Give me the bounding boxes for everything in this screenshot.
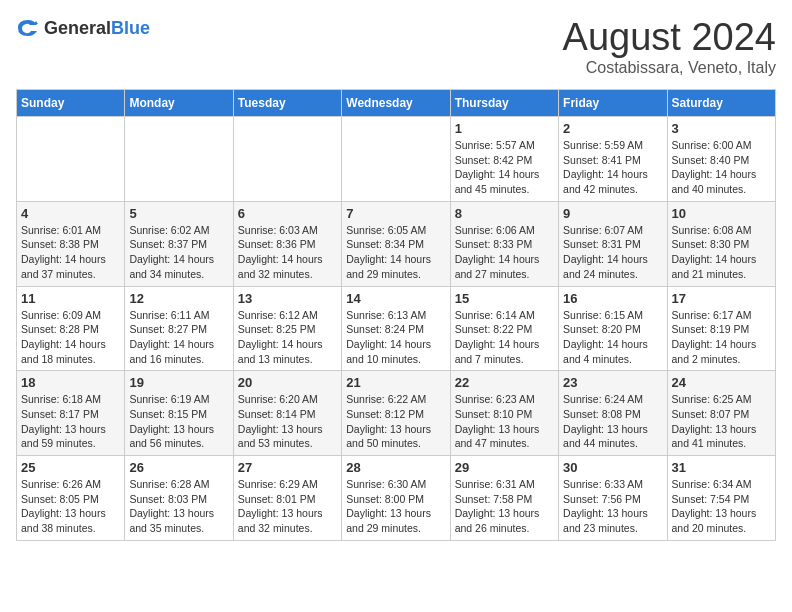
day-info: Sunrise: 6:13 AMSunset: 8:24 PMDaylight:… bbox=[346, 308, 445, 367]
day-info: Sunrise: 6:05 AMSunset: 8:34 PMDaylight:… bbox=[346, 223, 445, 282]
calendar-cell: 14Sunrise: 6:13 AMSunset: 8:24 PMDayligh… bbox=[342, 286, 450, 371]
calendar-cell: 24Sunrise: 6:25 AMSunset: 8:07 PMDayligh… bbox=[667, 371, 775, 456]
calendar-cell: 5Sunrise: 6:02 AMSunset: 8:37 PMDaylight… bbox=[125, 201, 233, 286]
day-number: 15 bbox=[455, 291, 554, 306]
day-number: 5 bbox=[129, 206, 228, 221]
week-row: 18Sunrise: 6:18 AMSunset: 8:17 PMDayligh… bbox=[17, 371, 776, 456]
column-header-monday: Monday bbox=[125, 90, 233, 117]
day-info: Sunrise: 6:22 AMSunset: 8:12 PMDaylight:… bbox=[346, 392, 445, 451]
month-title: August 2024 bbox=[563, 16, 776, 59]
day-info: Sunrise: 6:30 AMSunset: 8:00 PMDaylight:… bbox=[346, 477, 445, 536]
title-area: August 2024 Costabissara, Veneto, Italy bbox=[563, 16, 776, 77]
day-number: 9 bbox=[563, 206, 662, 221]
day-info: Sunrise: 6:07 AMSunset: 8:31 PMDaylight:… bbox=[563, 223, 662, 282]
day-info: Sunrise: 5:57 AMSunset: 8:42 PMDaylight:… bbox=[455, 138, 554, 197]
day-info: Sunrise: 6:23 AMSunset: 8:10 PMDaylight:… bbox=[455, 392, 554, 451]
day-info: Sunrise: 6:31 AMSunset: 7:58 PMDaylight:… bbox=[455, 477, 554, 536]
subtitle: Costabissara, Veneto, Italy bbox=[563, 59, 776, 77]
day-number: 14 bbox=[346, 291, 445, 306]
calendar-cell: 13Sunrise: 6:12 AMSunset: 8:25 PMDayligh… bbox=[233, 286, 341, 371]
logo: General Blue bbox=[16, 16, 150, 40]
day-number: 20 bbox=[238, 375, 337, 390]
calendar-cell: 11Sunrise: 6:09 AMSunset: 8:28 PMDayligh… bbox=[17, 286, 125, 371]
column-header-sunday: Sunday bbox=[17, 90, 125, 117]
column-header-thursday: Thursday bbox=[450, 90, 558, 117]
calendar-cell: 17Sunrise: 6:17 AMSunset: 8:19 PMDayligh… bbox=[667, 286, 775, 371]
day-number: 23 bbox=[563, 375, 662, 390]
day-info: Sunrise: 6:26 AMSunset: 8:05 PMDaylight:… bbox=[21, 477, 120, 536]
day-info: Sunrise: 6:25 AMSunset: 8:07 PMDaylight:… bbox=[672, 392, 771, 451]
day-number: 29 bbox=[455, 460, 554, 475]
calendar-cell: 20Sunrise: 6:20 AMSunset: 8:14 PMDayligh… bbox=[233, 371, 341, 456]
column-header-wednesday: Wednesday bbox=[342, 90, 450, 117]
column-header-saturday: Saturday bbox=[667, 90, 775, 117]
day-info: Sunrise: 6:03 AMSunset: 8:36 PMDaylight:… bbox=[238, 223, 337, 282]
logo-icon bbox=[16, 16, 40, 40]
day-number: 16 bbox=[563, 291, 662, 306]
logo-blue: Blue bbox=[111, 18, 150, 39]
day-info: Sunrise: 6:12 AMSunset: 8:25 PMDaylight:… bbox=[238, 308, 337, 367]
day-info: Sunrise: 6:02 AMSunset: 8:37 PMDaylight:… bbox=[129, 223, 228, 282]
day-info: Sunrise: 6:06 AMSunset: 8:33 PMDaylight:… bbox=[455, 223, 554, 282]
day-number: 18 bbox=[21, 375, 120, 390]
week-row: 1Sunrise: 5:57 AMSunset: 8:42 PMDaylight… bbox=[17, 117, 776, 202]
day-number: 28 bbox=[346, 460, 445, 475]
column-header-tuesday: Tuesday bbox=[233, 90, 341, 117]
day-info: Sunrise: 6:11 AMSunset: 8:27 PMDaylight:… bbox=[129, 308, 228, 367]
day-info: Sunrise: 6:28 AMSunset: 8:03 PMDaylight:… bbox=[129, 477, 228, 536]
week-row: 11Sunrise: 6:09 AMSunset: 8:28 PMDayligh… bbox=[17, 286, 776, 371]
calendar-cell: 3Sunrise: 6:00 AMSunset: 8:40 PMDaylight… bbox=[667, 117, 775, 202]
day-number: 30 bbox=[563, 460, 662, 475]
week-row: 4Sunrise: 6:01 AMSunset: 8:38 PMDaylight… bbox=[17, 201, 776, 286]
calendar-cell: 26Sunrise: 6:28 AMSunset: 8:03 PMDayligh… bbox=[125, 456, 233, 541]
calendar-cell bbox=[125, 117, 233, 202]
day-info: Sunrise: 6:00 AMSunset: 8:40 PMDaylight:… bbox=[672, 138, 771, 197]
calendar-cell: 16Sunrise: 6:15 AMSunset: 8:20 PMDayligh… bbox=[559, 286, 667, 371]
day-number: 31 bbox=[672, 460, 771, 475]
calendar-cell bbox=[17, 117, 125, 202]
day-info: Sunrise: 6:29 AMSunset: 8:01 PMDaylight:… bbox=[238, 477, 337, 536]
calendar-cell: 25Sunrise: 6:26 AMSunset: 8:05 PMDayligh… bbox=[17, 456, 125, 541]
calendar-cell: 27Sunrise: 6:29 AMSunset: 8:01 PMDayligh… bbox=[233, 456, 341, 541]
calendar-cell: 21Sunrise: 6:22 AMSunset: 8:12 PMDayligh… bbox=[342, 371, 450, 456]
calendar-cell: 28Sunrise: 6:30 AMSunset: 8:00 PMDayligh… bbox=[342, 456, 450, 541]
day-info: Sunrise: 6:24 AMSunset: 8:08 PMDaylight:… bbox=[563, 392, 662, 451]
calendar-cell: 6Sunrise: 6:03 AMSunset: 8:36 PMDaylight… bbox=[233, 201, 341, 286]
calendar-cell: 7Sunrise: 6:05 AMSunset: 8:34 PMDaylight… bbox=[342, 201, 450, 286]
day-number: 4 bbox=[21, 206, 120, 221]
day-number: 6 bbox=[238, 206, 337, 221]
day-info: Sunrise: 6:15 AMSunset: 8:20 PMDaylight:… bbox=[563, 308, 662, 367]
day-info: Sunrise: 6:09 AMSunset: 8:28 PMDaylight:… bbox=[21, 308, 120, 367]
day-number: 11 bbox=[21, 291, 120, 306]
calendar-cell: 19Sunrise: 6:19 AMSunset: 8:15 PMDayligh… bbox=[125, 371, 233, 456]
header: General Blue August 2024 Costabissara, V… bbox=[16, 16, 776, 77]
day-number: 21 bbox=[346, 375, 445, 390]
day-number: 10 bbox=[672, 206, 771, 221]
column-header-friday: Friday bbox=[559, 90, 667, 117]
week-row: 25Sunrise: 6:26 AMSunset: 8:05 PMDayligh… bbox=[17, 456, 776, 541]
calendar-cell: 31Sunrise: 6:34 AMSunset: 7:54 PMDayligh… bbox=[667, 456, 775, 541]
calendar-cell: 2Sunrise: 5:59 AMSunset: 8:41 PMDaylight… bbox=[559, 117, 667, 202]
day-info: Sunrise: 6:17 AMSunset: 8:19 PMDaylight:… bbox=[672, 308, 771, 367]
day-number: 2 bbox=[563, 121, 662, 136]
day-info: Sunrise: 6:20 AMSunset: 8:14 PMDaylight:… bbox=[238, 392, 337, 451]
day-number: 3 bbox=[672, 121, 771, 136]
calendar-cell: 22Sunrise: 6:23 AMSunset: 8:10 PMDayligh… bbox=[450, 371, 558, 456]
day-number: 17 bbox=[672, 291, 771, 306]
day-info: Sunrise: 5:59 AMSunset: 8:41 PMDaylight:… bbox=[563, 138, 662, 197]
calendar-cell: 23Sunrise: 6:24 AMSunset: 8:08 PMDayligh… bbox=[559, 371, 667, 456]
day-info: Sunrise: 6:34 AMSunset: 7:54 PMDaylight:… bbox=[672, 477, 771, 536]
calendar-cell: 4Sunrise: 6:01 AMSunset: 8:38 PMDaylight… bbox=[17, 201, 125, 286]
day-number: 12 bbox=[129, 291, 228, 306]
day-number: 13 bbox=[238, 291, 337, 306]
day-info: Sunrise: 6:18 AMSunset: 8:17 PMDaylight:… bbox=[21, 392, 120, 451]
calendar-cell: 10Sunrise: 6:08 AMSunset: 8:30 PMDayligh… bbox=[667, 201, 775, 286]
day-number: 26 bbox=[129, 460, 228, 475]
day-number: 22 bbox=[455, 375, 554, 390]
calendar-cell: 12Sunrise: 6:11 AMSunset: 8:27 PMDayligh… bbox=[125, 286, 233, 371]
calendar-cell: 9Sunrise: 6:07 AMSunset: 8:31 PMDaylight… bbox=[559, 201, 667, 286]
day-info: Sunrise: 6:19 AMSunset: 8:15 PMDaylight:… bbox=[129, 392, 228, 451]
day-info: Sunrise: 6:14 AMSunset: 8:22 PMDaylight:… bbox=[455, 308, 554, 367]
day-number: 24 bbox=[672, 375, 771, 390]
calendar-cell: 15Sunrise: 6:14 AMSunset: 8:22 PMDayligh… bbox=[450, 286, 558, 371]
